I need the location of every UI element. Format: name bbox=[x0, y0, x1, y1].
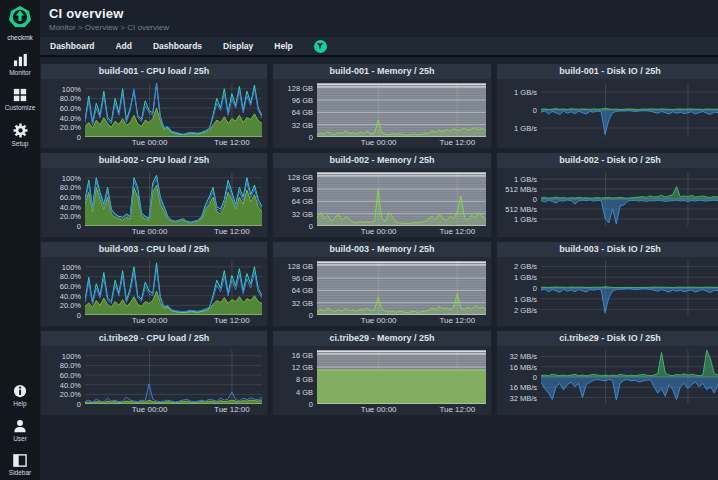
graph-plot[interactable] bbox=[541, 172, 718, 238]
menu-item-dashboard[interactable]: Dashboard bbox=[50, 41, 94, 51]
x-axis: Tue 00:00Tue 12:00 bbox=[85, 137, 262, 149]
y-tick-label: 512 MB/s bbox=[505, 185, 537, 194]
y-tick-label: 12 GB bbox=[292, 362, 313, 371]
dashlet-title[interactable]: build-003 - Disk IO / 25h bbox=[497, 242, 718, 257]
menu-item-dashboards[interactable]: Dashboards bbox=[153, 41, 202, 51]
dashlet-title[interactable]: build-002 - Disk IO / 25h bbox=[497, 153, 718, 168]
y-tick-label: 128 GB bbox=[288, 172, 313, 181]
dashlet-title[interactable]: ci.tribe29 - Memory / 25h bbox=[273, 331, 491, 346]
dashlet-title[interactable]: build-002 - Memory / 25h bbox=[273, 153, 491, 168]
x-axis: Tue 00:00Tue 12:00 bbox=[85, 226, 262, 238]
dashlet-title[interactable]: ci.tribe29 - Disk IO / 25h bbox=[497, 331, 718, 346]
graph-plot[interactable]: Tue 00:00Tue 12:00 bbox=[85, 261, 262, 327]
graph-plot[interactable]: Tue 00:00Tue 12:00 bbox=[317, 350, 486, 416]
sidebar-item-help[interactable]: Help bbox=[13, 384, 27, 407]
y-axis: 16 GB12 GB8 GB4 GB0 bbox=[273, 350, 317, 404]
sidebar-item-setup[interactable]: Setup bbox=[12, 123, 29, 147]
y-tick-label: 32 GB bbox=[292, 298, 313, 307]
x-tick-label: Tue 12:00 bbox=[214, 227, 250, 236]
filter-button[interactable] bbox=[314, 40, 327, 53]
x-axis bbox=[541, 404, 718, 416]
y-tick-label: 1 GB/s bbox=[514, 175, 537, 184]
logo-label: checkmk bbox=[7, 34, 33, 41]
graph-plot[interactable]: Tue 00:00Tue 12:00 bbox=[317, 83, 486, 149]
x-tick-label: Tue 00:00 bbox=[132, 405, 168, 414]
y-tick-label: 64 GB bbox=[292, 286, 313, 295]
y-axis: 100%80.0%60.0%40.0%20.0%0 bbox=[41, 261, 85, 315]
graph-plot[interactable]: Tue 00:00Tue 12:00 bbox=[317, 261, 486, 327]
x-axis: Tue 00:00Tue 12:00 bbox=[85, 315, 262, 327]
sidebar-item-label: Setup bbox=[12, 140, 29, 147]
app-root: checkmk Monitor Customize bbox=[0, 0, 718, 480]
x-tick-label: Tue 12:00 bbox=[439, 227, 475, 236]
sidebar-item-sidebar-toggle[interactable]: Sidebar bbox=[9, 454, 31, 476]
x-axis: Tue 00:00Tue 12:00 bbox=[85, 404, 262, 416]
graph-plot[interactable]: Tue 00:00Tue 12:00 bbox=[85, 83, 262, 149]
dashlet-body: 2 GB/s1 GB/s01 GB/s2 GB/s bbox=[497, 257, 718, 327]
y-tick-label: 0 bbox=[533, 195, 537, 204]
graph-plot[interactable] bbox=[541, 350, 718, 416]
graph-plot[interactable]: Tue 00:00Tue 12:00 bbox=[317, 172, 486, 238]
y-tick-label: 32 GB bbox=[292, 120, 313, 129]
y-tick-label: 16 MB/s bbox=[509, 362, 537, 371]
y-tick-label: 128 GB bbox=[288, 83, 313, 92]
y-tick-label: 20.0% bbox=[60, 301, 81, 310]
y-tick-label: 60.0% bbox=[60, 193, 81, 202]
breadcrumb[interactable]: Monitor > Overview > CI overview bbox=[49, 23, 718, 32]
y-tick-label: 80.0% bbox=[60, 183, 81, 192]
dashlet-title[interactable]: ci.tribe29 - CPU load / 25h bbox=[41, 331, 267, 346]
sidebar-item-customize[interactable]: Customize bbox=[5, 88, 36, 111]
x-tick-label: Tue 00:00 bbox=[132, 316, 168, 325]
y-tick-label: 1 GB/s bbox=[514, 87, 537, 96]
menu-item-help[interactable]: Help bbox=[274, 41, 292, 51]
user-icon bbox=[13, 419, 27, 433]
info-icon bbox=[13, 384, 27, 398]
y-tick-label: 0 bbox=[77, 311, 81, 320]
y-tick-label: 0 bbox=[309, 133, 313, 142]
x-tick-label: Tue 00:00 bbox=[361, 405, 397, 414]
dashlet-build-002-diskio: build-002 - Disk IO / 25h1 GB/s512 MB/s0… bbox=[496, 152, 718, 238]
dashlet-build-003-cpu: build-003 - CPU load / 25h100%80.0%60.0%… bbox=[40, 241, 268, 327]
graph-plot[interactable] bbox=[541, 83, 718, 149]
graph-plot[interactable] bbox=[541, 261, 718, 327]
dashlet-body: 128 GB96 GB64 GB32 GB0Tue 00:00Tue 12:00 bbox=[273, 168, 491, 238]
dashlet-title[interactable]: build-001 - Disk IO / 25h bbox=[497, 64, 718, 79]
dashlet-title[interactable]: build-003 - Memory / 25h bbox=[273, 242, 491, 257]
y-tick-label: 0 bbox=[309, 311, 313, 320]
gear-icon bbox=[13, 123, 28, 138]
sidebar-item-monitor[interactable]: Monitor bbox=[9, 53, 31, 76]
y-tick-label: 16 GB bbox=[292, 350, 313, 359]
dashlet-body: 100%80.0%60.0%40.0%20.0%0Tue 00:00Tue 12… bbox=[41, 79, 267, 149]
y-tick-label: 512 MB/s bbox=[505, 205, 537, 214]
x-tick-label: Tue 12:00 bbox=[439, 316, 475, 325]
dashlet-title[interactable]: build-001 - CPU load / 25h bbox=[41, 64, 267, 79]
dashlet-build-002-cpu: build-002 - CPU load / 25h100%80.0%60.0%… bbox=[40, 152, 268, 238]
y-tick-label: 4 GB bbox=[296, 387, 313, 396]
y-tick-label: 80.0% bbox=[60, 272, 81, 281]
x-axis: Tue 00:00Tue 12:00 bbox=[317, 137, 486, 149]
y-tick-label: 0 bbox=[309, 222, 313, 231]
y-tick-label: 0 bbox=[77, 222, 81, 231]
checkmk-logo[interactable]: checkmk bbox=[7, 6, 33, 41]
sidebar-item-user[interactable]: User bbox=[13, 419, 27, 442]
menu-item-display[interactable]: Display bbox=[223, 41, 253, 51]
y-tick-label: 100% bbox=[62, 84, 81, 93]
y-tick-label: 40.0% bbox=[60, 202, 81, 211]
y-tick-label: 96 GB bbox=[292, 184, 313, 193]
y-tick-label: 80.0% bbox=[60, 361, 81, 370]
y-tick-label: 64 GB bbox=[292, 197, 313, 206]
dashlet-body: 128 GB96 GB64 GB32 GB0Tue 00:00Tue 12:00 bbox=[273, 257, 491, 327]
x-axis: Tue 00:00Tue 12:00 bbox=[317, 315, 486, 327]
y-tick-label: 128 GB bbox=[288, 261, 313, 270]
dashlet-body: 128 GB96 GB64 GB32 GB0Tue 00:00Tue 12:00 bbox=[273, 79, 491, 149]
graph-plot[interactable]: Tue 00:00Tue 12:00 bbox=[85, 350, 262, 416]
graph-plot[interactable]: Tue 00:00Tue 12:00 bbox=[85, 172, 262, 238]
y-tick-label: 1 GB/s bbox=[514, 294, 537, 303]
x-tick-label: Tue 12:00 bbox=[214, 138, 250, 147]
y-tick-label: 32 MB/s bbox=[509, 393, 537, 402]
dashlet-title[interactable]: build-002 - CPU load / 25h bbox=[41, 153, 267, 168]
dashlet-title[interactable]: build-003 - CPU load / 25h bbox=[41, 242, 267, 257]
dashlet-title[interactable]: build-001 - Memory / 25h bbox=[273, 64, 491, 79]
y-axis: 128 GB96 GB64 GB32 GB0 bbox=[273, 83, 317, 137]
menu-item-add[interactable]: Add bbox=[115, 41, 132, 51]
